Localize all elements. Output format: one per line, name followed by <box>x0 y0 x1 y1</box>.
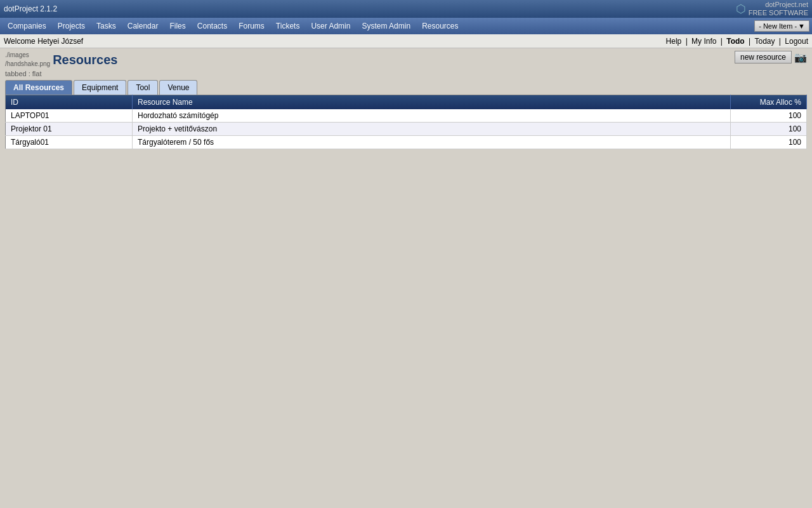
my-info-link[interactable]: My Info <box>691 37 716 46</box>
table-body: LAPTOP01Hordozható számítógép100Projekto… <box>6 109 807 149</box>
nav-item-user-admin[interactable]: User Admin <box>306 20 355 32</box>
title-bar: dotProject 2.1.2 ⬡ dotProject.net FREE S… <box>0 0 812 18</box>
logo-text-line1: dotProject.net <box>749 1 808 9</box>
help-link[interactable]: Help <box>666 37 682 46</box>
cell-id: Tárgyaló01 <box>6 136 133 149</box>
new-item-button[interactable]: - New Item - ▼ <box>754 20 809 32</box>
camera-icon[interactable]: 📷 <box>794 51 807 64</box>
top-links: Help | My Info | Todo | Today | Logout <box>666 37 808 46</box>
tab-venue[interactable]: Venue <box>159 80 197 95</box>
welcome-text: Welcome Hetyei József <box>4 37 83 46</box>
nav-bar: Companies Projects Tasks Calendar Files … <box>0 18 812 34</box>
table-row[interactable]: LAPTOP01Hordozható számítógép100 <box>6 109 807 123</box>
logo-icon: ⬡ <box>736 2 746 16</box>
nav-item-calendar[interactable]: Calendar <box>122 20 164 32</box>
todo-link[interactable]: Todo <box>726 37 744 46</box>
page-title: Resources <box>53 53 117 67</box>
tab-all-resources[interactable]: All Resources <box>5 80 72 95</box>
cell-id: LAPTOP01 <box>6 109 133 123</box>
logo-area: ⬡ dotProject.net FREE SOFTWARE <box>736 1 808 17</box>
main-content: ./images /handshake.png Resources new re… <box>0 48 812 152</box>
cell-name: Hordozható számítógép <box>133 109 731 123</box>
new-resource-button[interactable]: new resource <box>735 51 792 64</box>
cell-max-alloc: 100 <box>731 109 807 123</box>
image-path: ./images /handshake.png <box>5 51 50 69</box>
resource-table: ID Resource Name Max Alloc % LAPTOP01Hor… <box>5 95 807 149</box>
nav-items: Companies Projects Tasks Calendar Files … <box>3 20 463 32</box>
table-row[interactable]: Tárgyaló01Tárgyalóterem / 50 fős100 <box>6 136 807 149</box>
col-header-max-alloc: Max Alloc % <box>731 95 807 110</box>
dropdown-arrow-icon: ▼ <box>798 22 805 30</box>
cell-id: Projektor 01 <box>6 123 133 136</box>
tabbed-info: tabbed : flat <box>5 70 807 77</box>
cell-name: Tárgyalóterem / 50 fős <box>133 136 731 149</box>
col-header-name: Resource Name <box>133 95 731 110</box>
nav-item-system-admin[interactable]: System Admin <box>357 20 416 32</box>
welcome-bar: Welcome Hetyei József Help | My Info | T… <box>0 34 812 48</box>
nav-item-tasks[interactable]: Tasks <box>91 20 121 32</box>
today-link[interactable]: Today <box>754 37 775 46</box>
tab-equipment[interactable]: Equipment <box>74 80 126 95</box>
nav-item-files[interactable]: Files <box>164 20 190 32</box>
nav-item-companies[interactable]: Companies <box>3 20 51 32</box>
cell-max-alloc: 100 <box>731 123 807 136</box>
nav-item-tickets[interactable]: Tickets <box>271 20 305 32</box>
nav-item-forums[interactable]: Forums <box>233 20 270 32</box>
nav-item-contacts[interactable]: Contacts <box>192 20 232 32</box>
nav-item-resources[interactable]: Resources <box>417 20 463 32</box>
tabs: All Resources Equipment Tool Venue <box>5 80 807 95</box>
logout-link[interactable]: Logout <box>785 37 808 46</box>
nav-item-projects[interactable]: Projects <box>53 20 90 32</box>
app-title: dotProject 2.1.2 <box>4 4 57 13</box>
tab-tool[interactable]: Tool <box>128 80 158 95</box>
page-header: ./images /handshake.png Resources new re… <box>5 51 807 69</box>
cell-max-alloc: 100 <box>731 136 807 149</box>
logo-text-line2: FREE SOFTWARE <box>749 9 808 17</box>
table-row[interactable]: Projektor 01Projekto + vetítővászon100 <box>6 123 807 136</box>
cell-name: Projekto + vetítővászon <box>133 123 731 136</box>
new-item-label: - New Item - <box>759 22 797 30</box>
col-header-id: ID <box>6 95 133 110</box>
